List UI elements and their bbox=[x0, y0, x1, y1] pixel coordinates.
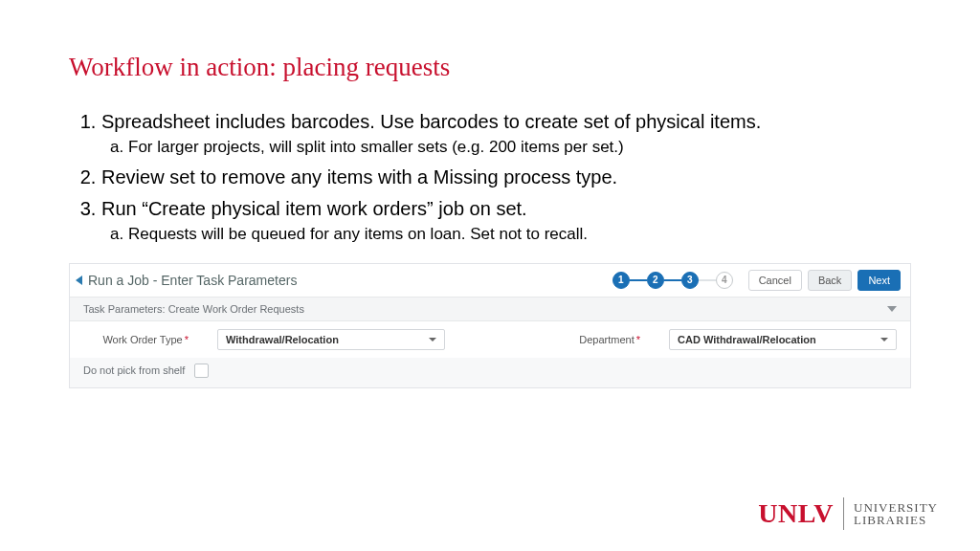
list-item: Requests will be queued for any items on… bbox=[128, 224, 911, 246]
step-4: 4 bbox=[716, 272, 733, 289]
job-header-title: Run a Job - Enter Task Parameters bbox=[88, 273, 297, 288]
next-button[interactable]: Next bbox=[858, 270, 901, 291]
list-item: For larger projects, will split into sma… bbox=[128, 137, 911, 159]
list-text: Spreadsheet includes barcodes. Use barco… bbox=[101, 111, 761, 132]
list-text: Run “Create physical item work orders” j… bbox=[101, 198, 527, 219]
step-1[interactable]: 1 bbox=[612, 272, 630, 289]
step-connector bbox=[630, 279, 647, 281]
form-row: Do not pick from shelf bbox=[70, 358, 910, 387]
sub-list: Requests will be queued for any items on… bbox=[101, 224, 911, 246]
step-3[interactable]: 3 bbox=[681, 272, 699, 289]
step-2[interactable]: 2 bbox=[647, 272, 664, 289]
chevron-down-icon bbox=[887, 306, 897, 312]
step-connector bbox=[699, 279, 716, 281]
list-item: Run “Create physical item work orders” j… bbox=[101, 196, 911, 246]
job-panel: Run a Job - Enter Task Parameters 1 2 3 … bbox=[69, 263, 911, 388]
task-params-title: Task Parameters: Create Work Order Reque… bbox=[83, 303, 304, 315]
form-row: Work Order Type* Withdrawal/Relocation D… bbox=[70, 321, 910, 358]
logo-right-text: UNIVERSITY LIBRARIES bbox=[854, 501, 938, 526]
do-not-pick-checkbox[interactable] bbox=[194, 364, 209, 378]
logo-divider bbox=[843, 497, 844, 530]
chevron-down-icon bbox=[429, 338, 436, 342]
main-list: Spreadsheet includes barcodes. Use barco… bbox=[69, 109, 911, 246]
sub-list: For larger projects, will split into sma… bbox=[101, 137, 911, 159]
department-label: Department* bbox=[579, 334, 640, 345]
step-connector bbox=[664, 279, 681, 281]
select-value: CAD Withdrawal/Relocation bbox=[678, 334, 816, 345]
list-item: Review set to remove any items with a Mi… bbox=[101, 165, 911, 190]
job-panel-header: Run a Job - Enter Task Parameters 1 2 3 … bbox=[70, 264, 910, 297]
unlv-libraries-logo: UNLV UNIVERSITY LIBRARIES bbox=[758, 497, 938, 530]
list-item: Spreadsheet includes barcodes. Use barco… bbox=[101, 109, 911, 159]
wizard-stepper: 1 2 3 4 bbox=[612, 272, 733, 289]
slide-title: Workflow in action: placing requests bbox=[69, 53, 911, 82]
task-params-header[interactable]: Task Parameters: Create Work Order Reque… bbox=[70, 297, 910, 321]
chevron-down-icon bbox=[880, 338, 888, 342]
select-value: Withdrawal/Relocation bbox=[226, 334, 339, 345]
work-order-type-label: Work Order Type* bbox=[83, 334, 189, 345]
do-not-pick-label: Do not pick from shelf bbox=[83, 364, 185, 376]
work-order-type-select[interactable]: Withdrawal/Relocation bbox=[217, 329, 445, 350]
cancel-button[interactable]: Cancel bbox=[748, 270, 802, 291]
back-button[interactable]: Back bbox=[808, 270, 852, 291]
logo-unlv-text: UNLV bbox=[758, 498, 834, 529]
department-select[interactable]: CAD Withdrawal/Relocation bbox=[669, 329, 897, 350]
back-chevron-icon[interactable] bbox=[76, 276, 82, 285]
